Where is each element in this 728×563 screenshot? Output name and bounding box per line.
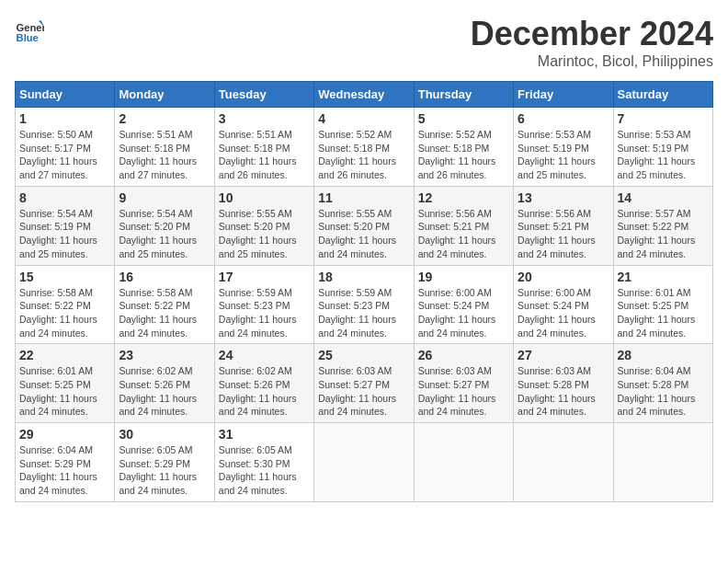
day-cell: 5 Sunrise: 5:52 AMSunset: 5:18 PMDayligh…: [414, 108, 513, 187]
day-number: 5: [418, 111, 509, 126]
day-info: Sunrise: 5:56 AMSunset: 5:21 PMDaylight:…: [418, 208, 496, 259]
day-info: Sunrise: 6:05 AMSunset: 5:29 PMDaylight:…: [119, 444, 197, 496]
day-number: 10: [219, 190, 310, 205]
day-info: Sunrise: 6:05 AMSunset: 5:30 PMDaylight:…: [219, 444, 297, 496]
empty-cell: [613, 423, 712, 502]
day-info: Sunrise: 6:04 AMSunset: 5:29 PMDaylight:…: [19, 444, 97, 496]
day-cell: 12 Sunrise: 5:56 AMSunset: 5:21 PMDaylig…: [414, 186, 513, 265]
day-number: 7: [618, 111, 709, 126]
day-cell: 1 Sunrise: 5:50 AMSunset: 5:17 PMDayligh…: [16, 108, 115, 187]
day-number: 13: [518, 190, 609, 205]
day-number: 23: [119, 348, 210, 362]
week-row: 22 Sunrise: 6:01 AMSunset: 5:25 PMDaylig…: [16, 344, 713, 423]
day-cell: 16 Sunrise: 5:58 AMSunset: 5:22 PMDaylig…: [115, 265, 214, 344]
day-info: Sunrise: 5:55 AMSunset: 5:20 PMDaylight:…: [219, 208, 297, 259]
day-cell: 19 Sunrise: 6:00 AMSunset: 5:24 PMDaylig…: [414, 265, 513, 344]
day-cell: 23 Sunrise: 6:02 AMSunset: 5:26 PMDaylig…: [115, 344, 214, 423]
day-info: Sunrise: 5:55 AMSunset: 5:20 PMDaylight:…: [318, 208, 396, 259]
svg-text:General: General: [17, 22, 44, 33]
day-info: Sunrise: 6:03 AMSunset: 5:28 PMDaylight:…: [518, 365, 596, 417]
day-info: Sunrise: 6:00 AMSunset: 5:24 PMDaylight:…: [418, 287, 496, 339]
day-cell: 29 Sunrise: 6:04 AMSunset: 5:29 PMDaylig…: [16, 423, 115, 502]
day-info: Sunrise: 5:50 AMSunset: 5:17 PMDaylight:…: [19, 129, 97, 180]
day-number: 2: [119, 111, 210, 126]
day-number: 12: [418, 190, 509, 205]
day-number: 20: [518, 270, 609, 284]
day-cell: 21 Sunrise: 6:01 AMSunset: 5:25 PMDaylig…: [613, 265, 712, 344]
day-number: 26: [418, 348, 509, 362]
day-info: Sunrise: 5:52 AMSunset: 5:18 PMDaylight:…: [418, 129, 496, 180]
empty-cell: [514, 423, 613, 502]
day-cell: 4 Sunrise: 5:52 AMSunset: 5:18 PMDayligh…: [314, 108, 414, 187]
day-cell: 11 Sunrise: 5:55 AMSunset: 5:20 PMDaylig…: [314, 186, 414, 265]
day-number: 19: [418, 270, 509, 284]
day-number: 8: [19, 190, 110, 205]
day-cell: 25 Sunrise: 6:03 AMSunset: 5:27 PMDaylig…: [314, 344, 414, 423]
day-cell: 3 Sunrise: 5:51 AMSunset: 5:18 PMDayligh…: [214, 108, 313, 187]
day-info: Sunrise: 5:54 AMSunset: 5:20 PMDaylight:…: [119, 208, 197, 259]
day-info: Sunrise: 5:52 AMSunset: 5:18 PMDaylight:…: [318, 129, 396, 180]
weekday-header-row: Sunday Monday Tuesday Wednesday Thursday…: [16, 82, 713, 108]
empty-cell: [314, 423, 414, 502]
header-thursday: Thursday: [414, 82, 513, 108]
day-number: 11: [318, 190, 409, 205]
day-cell: 8 Sunrise: 5:54 AMSunset: 5:19 PMDayligh…: [16, 186, 115, 265]
day-number: 14: [618, 190, 709, 205]
header-sunday: Sunday: [16, 82, 115, 108]
day-info: Sunrise: 6:00 AMSunset: 5:24 PMDaylight:…: [518, 287, 596, 339]
day-cell: 26 Sunrise: 6:03 AMSunset: 5:27 PMDaylig…: [414, 344, 513, 423]
day-number: 24: [219, 348, 310, 362]
day-cell: 28 Sunrise: 6:04 AMSunset: 5:28 PMDaylig…: [613, 344, 712, 423]
calendar-subtitle: Marintoc, Bicol, Philippines: [471, 53, 713, 70]
day-info: Sunrise: 6:02 AMSunset: 5:26 PMDaylight:…: [119, 365, 197, 417]
day-info: Sunrise: 6:01 AMSunset: 5:25 PMDaylight:…: [19, 365, 97, 417]
day-number: 30: [119, 427, 210, 442]
day-info: Sunrise: 5:51 AMSunset: 5:18 PMDaylight:…: [219, 129, 297, 180]
day-number: 3: [219, 111, 310, 126]
logo-icon: General Blue: [15, 15, 44, 44]
day-cell: 9 Sunrise: 5:54 AMSunset: 5:20 PMDayligh…: [115, 186, 214, 265]
day-info: Sunrise: 5:58 AMSunset: 5:22 PMDaylight:…: [119, 287, 197, 339]
day-info: Sunrise: 5:59 AMSunset: 5:23 PMDaylight:…: [318, 287, 396, 339]
day-number: 31: [219, 427, 310, 442]
day-number: 6: [518, 111, 609, 126]
day-number: 28: [618, 348, 709, 362]
day-info: Sunrise: 6:02 AMSunset: 5:26 PMDaylight:…: [219, 365, 297, 417]
day-number: 17: [219, 270, 310, 284]
day-info: Sunrise: 5:56 AMSunset: 5:21 PMDaylight:…: [518, 208, 596, 259]
day-number: 4: [318, 111, 409, 126]
day-cell: 15 Sunrise: 5:58 AMSunset: 5:22 PMDaylig…: [16, 265, 115, 344]
day-cell: 2 Sunrise: 5:51 AMSunset: 5:18 PMDayligh…: [115, 108, 214, 187]
day-cell: 14 Sunrise: 5:57 AMSunset: 5:22 PMDaylig…: [613, 186, 712, 265]
day-cell: 13 Sunrise: 5:56 AMSunset: 5:21 PMDaylig…: [514, 186, 613, 265]
day-number: 1: [19, 111, 110, 126]
day-cell: 17 Sunrise: 5:59 AMSunset: 5:23 PMDaylig…: [214, 265, 313, 344]
day-number: 18: [318, 270, 409, 284]
day-info: Sunrise: 5:51 AMSunset: 5:18 PMDaylight:…: [119, 129, 197, 180]
header: General Blue December 2024 Marintoc, Bic…: [15, 15, 713, 70]
week-row: 1 Sunrise: 5:50 AMSunset: 5:17 PMDayligh…: [16, 108, 713, 187]
day-cell: 20 Sunrise: 6:00 AMSunset: 5:24 PMDaylig…: [514, 265, 613, 344]
week-row: 29 Sunrise: 6:04 AMSunset: 5:29 PMDaylig…: [16, 423, 713, 502]
day-cell: 18 Sunrise: 5:59 AMSunset: 5:23 PMDaylig…: [314, 265, 414, 344]
day-info: Sunrise: 6:04 AMSunset: 5:28 PMDaylight:…: [618, 365, 696, 417]
day-cell: 7 Sunrise: 5:53 AMSunset: 5:19 PMDayligh…: [613, 108, 712, 187]
day-number: 16: [119, 270, 210, 284]
week-row: 8 Sunrise: 5:54 AMSunset: 5:19 PMDayligh…: [16, 186, 713, 265]
day-info: Sunrise: 5:54 AMSunset: 5:19 PMDaylight:…: [19, 208, 97, 259]
day-number: 15: [19, 270, 110, 284]
day-cell: 31 Sunrise: 6:05 AMSunset: 5:30 PMDaylig…: [214, 423, 313, 502]
day-number: 29: [19, 427, 110, 442]
calendar-table: Sunday Monday Tuesday Wednesday Thursday…: [15, 81, 713, 502]
day-info: Sunrise: 6:03 AMSunset: 5:27 PMDaylight:…: [418, 365, 496, 417]
svg-text:Blue: Blue: [17, 32, 39, 43]
day-cell: 30 Sunrise: 6:05 AMSunset: 5:29 PMDaylig…: [115, 423, 214, 502]
day-info: Sunrise: 5:58 AMSunset: 5:22 PMDaylight:…: [19, 287, 97, 339]
day-info: Sunrise: 6:03 AMSunset: 5:27 PMDaylight:…: [318, 365, 396, 417]
day-cell: 27 Sunrise: 6:03 AMSunset: 5:28 PMDaylig…: [514, 344, 613, 423]
day-cell: 10 Sunrise: 5:55 AMSunset: 5:20 PMDaylig…: [214, 186, 313, 265]
day-cell: 6 Sunrise: 5:53 AMSunset: 5:19 PMDayligh…: [514, 108, 613, 187]
empty-cell: [414, 423, 513, 502]
calendar-body: 1 Sunrise: 5:50 AMSunset: 5:17 PMDayligh…: [16, 108, 713, 502]
day-cell: 24 Sunrise: 6:02 AMSunset: 5:26 PMDaylig…: [214, 344, 313, 423]
